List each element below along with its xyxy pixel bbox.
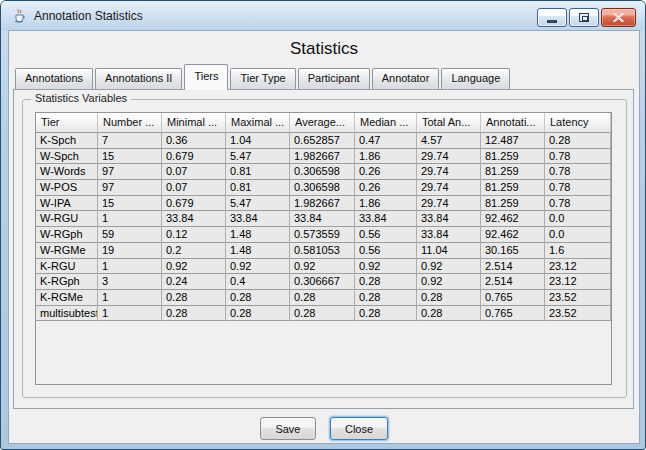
cell[interactable]: 0.765 [481, 306, 545, 322]
titlebar[interactable]: Annotation Statistics [1, 1, 645, 31]
cell[interactable]: 30.165 [481, 243, 545, 259]
cell[interactable]: K-RGU [36, 259, 98, 275]
maximize-button[interactable] [569, 8, 599, 27]
cell[interactable]: 0.12 [162, 227, 226, 243]
cell[interactable]: 3 [98, 274, 162, 290]
cell[interactable]: 0.92 [417, 259, 481, 275]
table-row[interactable]: K-RGU10.920.920.920.920.922.51423.12 [36, 259, 611, 275]
cell[interactable]: 0.56 [355, 227, 417, 243]
cell[interactable]: 0.07 [162, 180, 226, 196]
cell[interactable]: 23.12 [545, 259, 611, 275]
cell[interactable]: 0.765 [481, 290, 545, 306]
cell[interactable]: 0.0 [545, 211, 611, 227]
tab-participant[interactable]: Participant [298, 68, 370, 89]
cell[interactable]: 97 [98, 180, 162, 196]
cell[interactable]: 0.28 [226, 306, 290, 322]
column-header[interactable]: Minimal ... [162, 113, 226, 133]
table-row[interactable]: K-Spch70.361.040.6528570.474.5712.4870.2… [36, 133, 611, 149]
cell[interactable]: W-Spch [36, 149, 98, 165]
cell[interactable]: 23.52 [545, 290, 611, 306]
cell[interactable]: 1.04 [226, 133, 290, 149]
table-row[interactable]: W-Words970.070.810.3065980.2629.7481.259… [36, 164, 611, 180]
cell[interactable]: 0.28 [162, 290, 226, 306]
table-row[interactable]: W-RGMe190.21.480.5810530.5611.0430.1651.… [36, 243, 611, 259]
close-button[interactable]: Close [330, 417, 388, 440]
tab-annotations-ii[interactable]: Annotations II [95, 68, 182, 89]
column-header[interactable]: Maximal ... [226, 113, 290, 133]
cell[interactable]: 0.28 [545, 133, 611, 149]
cell[interactable]: 81.259 [481, 164, 545, 180]
column-header[interactable]: Tier [36, 113, 98, 133]
table-row[interactable]: K-RGMe10.280.280.280.280.280.76523.52 [36, 290, 611, 306]
column-header[interactable]: Average... [290, 113, 355, 133]
cell[interactable]: 1.48 [226, 227, 290, 243]
cell[interactable]: 33.84 [417, 227, 481, 243]
cell[interactable]: 59 [98, 227, 162, 243]
table-row[interactable]: W-RGU133.8433.8433.8433.8433.8492.4620.0 [36, 211, 611, 227]
cell[interactable]: 12.487 [481, 133, 545, 149]
cell[interactable]: 0.306598 [290, 180, 355, 196]
cell[interactable]: 29.74 [417, 196, 481, 212]
minimize-button[interactable] [537, 8, 567, 27]
table-row[interactable]: multisubtest10.280.280.280.280.280.76523… [36, 306, 611, 322]
cell[interactable]: W-RGph [36, 227, 98, 243]
cell[interactable]: 0.24 [162, 274, 226, 290]
column-header[interactable]: Annotati... [481, 113, 545, 133]
cell[interactable]: W-IPA [36, 196, 98, 212]
cell[interactable]: 23.52 [545, 306, 611, 322]
cell[interactable]: 33.84 [417, 211, 481, 227]
cell[interactable]: W-Words [36, 164, 98, 180]
cell[interactable]: 11.04 [417, 243, 481, 259]
cell[interactable]: K-RGph [36, 274, 98, 290]
tab-annotator[interactable]: Annotator [372, 68, 440, 89]
table-row[interactable]: W-RGph590.121.480.5735590.5633.8492.4620… [36, 227, 611, 243]
cell[interactable]: 0.0 [545, 227, 611, 243]
cell[interactable]: 4.57 [417, 133, 481, 149]
cell[interactable]: 0.28 [355, 290, 417, 306]
cell[interactable]: 19 [98, 243, 162, 259]
cell[interactable]: 0.36 [162, 133, 226, 149]
cell[interactable]: 23.12 [545, 274, 611, 290]
cell[interactable]: 92.462 [481, 227, 545, 243]
tab-annotations[interactable]: Annotations [15, 68, 93, 89]
cell[interactable]: 5.47 [226, 196, 290, 212]
cell[interactable]: K-Spch [36, 133, 98, 149]
cell[interactable]: 0.47 [355, 133, 417, 149]
cell[interactable]: 0.92 [290, 259, 355, 275]
cell[interactable]: 33.84 [226, 211, 290, 227]
cell[interactable]: 0.306598 [290, 164, 355, 180]
cell[interactable]: 1 [98, 290, 162, 306]
column-header[interactable]: Median ... [355, 113, 417, 133]
cell[interactable]: 0.92 [226, 259, 290, 275]
cell[interactable]: 1 [98, 211, 162, 227]
cell[interactable]: 15 [98, 149, 162, 165]
column-header[interactable]: Number ... [98, 113, 162, 133]
cell[interactable]: 7 [98, 133, 162, 149]
cell[interactable]: 0.28 [355, 306, 417, 322]
cell[interactable]: W-RGU [36, 211, 98, 227]
cell[interactable]: 2.514 [481, 259, 545, 275]
cell[interactable]: 0.28 [417, 290, 481, 306]
cell[interactable]: 81.259 [481, 196, 545, 212]
cell[interactable]: 0.81 [226, 164, 290, 180]
cell[interactable]: 0.78 [545, 196, 611, 212]
cell[interactable]: K-RGMe [36, 290, 98, 306]
cell[interactable]: 92.462 [481, 211, 545, 227]
cell[interactable]: 97 [98, 164, 162, 180]
tab-tier-type[interactable]: Tier Type [230, 68, 295, 89]
cell[interactable]: 0.81 [226, 180, 290, 196]
cell[interactable]: 1.6 [545, 243, 611, 259]
cell[interactable]: 0.2 [162, 243, 226, 259]
cell[interactable]: 1.86 [355, 149, 417, 165]
cell[interactable]: 0.679 [162, 149, 226, 165]
cell[interactable]: 29.74 [417, 180, 481, 196]
tab-tiers[interactable]: Tiers [184, 64, 228, 90]
save-button[interactable]: Save [260, 417, 316, 440]
tab-language[interactable]: Language [441, 68, 510, 89]
cell[interactable]: multisubtest [36, 306, 98, 322]
cell[interactable]: 0.679 [162, 196, 226, 212]
cell[interactable]: 1 [98, 259, 162, 275]
cell[interactable]: 29.74 [417, 164, 481, 180]
cell[interactable]: 0.28 [290, 290, 355, 306]
table-row[interactable]: W-Spch150.6795.471.9826671.8629.7481.259… [36, 149, 611, 165]
